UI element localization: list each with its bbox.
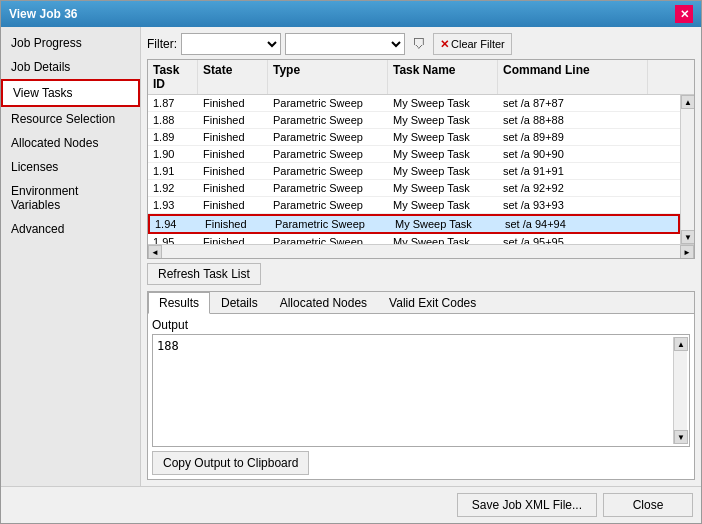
sidebar-item-licenses[interactable]: Licenses [1, 155, 140, 179]
cell-task-name: My Sweep Task [388, 234, 498, 244]
scroll-left-icon[interactable]: ◄ [148, 245, 162, 259]
sidebar-item-environment-variables[interactable]: Environment Variables [1, 179, 140, 217]
sidebar-item-view-tasks[interactable]: View Tasks [1, 79, 140, 107]
cell-type: Parametric Sweep [268, 234, 388, 244]
scroll-up-icon[interactable]: ▲ [681, 95, 694, 109]
table-row[interactable]: 1.89 Finished Parametric Sweep My Sweep … [148, 129, 680, 146]
cell-type: Parametric Sweep [268, 112, 388, 128]
cell-task-id: 1.95 [148, 234, 198, 244]
cell-state: Finished [198, 129, 268, 145]
cell-task-id: 1.87 [148, 95, 198, 111]
main-window: View Job 36 ✕ Job Progress Job Details V… [0, 0, 702, 524]
cell-task-name: My Sweep Task [388, 112, 498, 128]
tabs-bar: Results Details Allocated Nodes Valid Ex… [148, 292, 694, 314]
filter-value-select[interactable] [285, 33, 405, 55]
close-button[interactable]: Close [603, 493, 693, 517]
cell-task-id: 1.93 [148, 197, 198, 213]
scroll-right-icon[interactable]: ► [680, 245, 694, 259]
main-content: Job Progress Job Details View Tasks Reso… [1, 27, 701, 486]
table-vertical-scrollbar: ▲ ▼ [680, 95, 694, 244]
output-box: 188 ▲ ▼ [152, 334, 690, 447]
title-bar: View Job 36 ✕ [1, 1, 701, 27]
window-title: View Job 36 [9, 7, 77, 21]
table-row[interactable]: 1.92 Finished Parametric Sweep My Sweep … [148, 180, 680, 197]
scroll-down-icon[interactable]: ▼ [681, 230, 694, 244]
cell-task-id: 1.89 [148, 129, 198, 145]
cell-type: Parametric Sweep [268, 163, 388, 179]
table-row[interactable]: 1.94 Finished Parametric Sweep My Sweep … [148, 214, 680, 234]
sidebar-item-resource-selection[interactable]: Resource Selection [1, 107, 140, 131]
output-scroll-up-icon[interactable]: ▲ [674, 337, 688, 351]
tab-allocated-nodes[interactable]: Allocated Nodes [269, 292, 378, 314]
cell-command-line: set /a 93+93 [498, 197, 648, 213]
output-label: Output [152, 318, 690, 332]
results-content: Output 188 ▲ ▼ Copy Output to Clipboard [148, 314, 694, 479]
tab-valid-exit-codes[interactable]: Valid Exit Codes [378, 292, 487, 314]
cell-type: Parametric Sweep [268, 129, 388, 145]
cell-task-id: 1.94 [150, 216, 200, 232]
output-text-value: 188 [155, 337, 673, 444]
cell-state: Finished [198, 146, 268, 162]
table-row[interactable]: 1.87 Finished Parametric Sweep My Sweep … [148, 95, 680, 112]
table-row[interactable]: 1.88 Finished Parametric Sweep My Sweep … [148, 112, 680, 129]
cell-task-name: My Sweep Task [388, 180, 498, 196]
tab-results[interactable]: Results [148, 292, 210, 314]
cell-task-name: My Sweep Task [388, 197, 498, 213]
output-scrollbar: ▲ ▼ [673, 337, 687, 444]
cell-task-name: My Sweep Task [388, 129, 498, 145]
cell-task-name: My Sweep Task [388, 163, 498, 179]
cell-task-id: 1.88 [148, 112, 198, 128]
cell-type: Parametric Sweep [270, 216, 390, 232]
output-scroll-down-icon[interactable]: ▼ [674, 430, 688, 444]
refresh-task-list-button[interactable]: Refresh Task List [147, 263, 261, 285]
clear-filter-label: Clear Filter [451, 38, 505, 50]
cell-task-name: My Sweep Task [390, 216, 500, 232]
cell-type: Parametric Sweep [268, 180, 388, 196]
cell-command-line: set /a 95+95 [498, 234, 648, 244]
cell-task-id: 1.92 [148, 180, 198, 196]
cell-type: Parametric Sweep [268, 95, 388, 111]
sidebar-item-job-details[interactable]: Job Details [1, 55, 140, 79]
cell-command-line: set /a 89+89 [498, 129, 648, 145]
tab-details[interactable]: Details [210, 292, 269, 314]
col-type: Type [268, 60, 388, 94]
filter-funnel-icon: ⛉ [409, 34, 429, 54]
table-horizontal-scrollbar: ◄ ► [148, 244, 694, 258]
cell-command-line: set /a 92+92 [498, 180, 648, 196]
cell-task-name: My Sweep Task [388, 95, 498, 111]
close-window-button[interactable]: ✕ [675, 5, 693, 23]
sidebar-item-allocated-nodes[interactable]: Allocated Nodes [1, 131, 140, 155]
table-row[interactable]: 1.95 Finished Parametric Sweep My Sweep … [148, 234, 680, 244]
table-row[interactable]: 1.93 Finished Parametric Sweep My Sweep … [148, 197, 680, 214]
cell-state: Finished [198, 197, 268, 213]
sidebar: Job Progress Job Details View Tasks Reso… [1, 27, 141, 486]
cell-state: Finished [200, 216, 270, 232]
table-body: 1.87 Finished Parametric Sweep My Sweep … [148, 95, 680, 244]
clear-filter-button[interactable]: ✕ Clear Filter [433, 33, 512, 55]
filter-type-select[interactable] [181, 33, 281, 55]
cell-command-line: set /a 88+88 [498, 112, 648, 128]
cell-task-name: My Sweep Task [388, 146, 498, 162]
filter-label: Filter: [147, 37, 177, 51]
cell-task-id: 1.91 [148, 163, 198, 179]
sidebar-item-job-progress[interactable]: Job Progress [1, 31, 140, 55]
cell-state: Finished [198, 234, 268, 244]
bottom-bar: Save Job XML File... Close [1, 486, 701, 523]
output-scroll-track [674, 351, 687, 430]
cell-command-line: set /a 87+87 [498, 95, 648, 111]
scroll-track [681, 109, 694, 230]
cell-state: Finished [198, 112, 268, 128]
cell-command-line: set /a 91+91 [498, 163, 648, 179]
save-job-xml-button[interactable]: Save Job XML File... [457, 493, 597, 517]
cell-state: Finished [198, 95, 268, 111]
cell-command-line: set /a 94+94 [500, 216, 650, 232]
copy-output-button[interactable]: Copy Output to Clipboard [152, 451, 309, 475]
hscroll-track [162, 245, 680, 258]
table-row[interactable]: 1.90 Finished Parametric Sweep My Sweep … [148, 146, 680, 163]
task-table: Task ID State Type Task Name Command Lin… [147, 59, 695, 259]
table-row[interactable]: 1.91 Finished Parametric Sweep My Sweep … [148, 163, 680, 180]
clear-filter-x-icon: ✕ [440, 38, 449, 51]
sidebar-item-advanced[interactable]: Advanced [1, 217, 140, 241]
col-command-line: Command Line [498, 60, 648, 94]
cell-type: Parametric Sweep [268, 146, 388, 162]
